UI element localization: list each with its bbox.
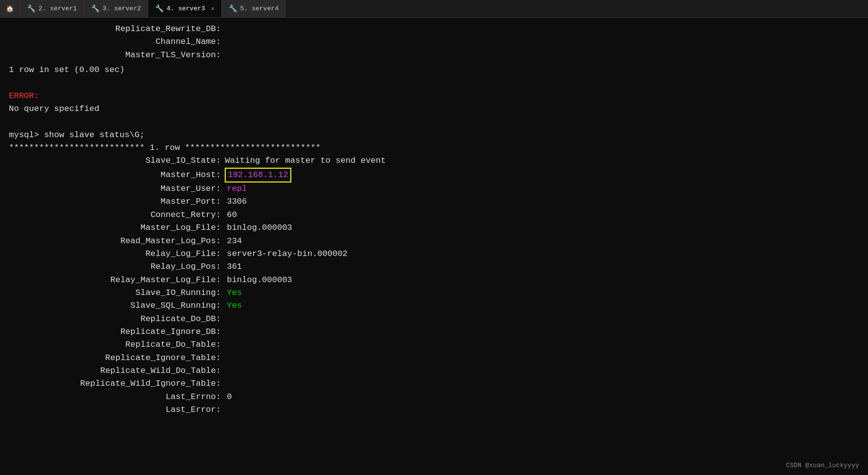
error-line: ERROR: — [9, 90, 859, 103]
value-last-errno: 0 — [227, 391, 232, 403]
server2-icon: 🔧 — [91, 4, 100, 13]
value-slave-io-running: Yes — [227, 287, 242, 299]
server4-icon: 🔧 — [229, 4, 237, 13]
home-icon: 🏠 — [6, 5, 14, 13]
label-replicate-do-db: Replicate_Do_DB — [9, 313, 216, 326]
value-master-log-file: binlog.000003 — [227, 221, 292, 234]
field-name-replicate-rewrite-db: Replicate_Rewrite_DB — [9, 23, 216, 36]
field-channel-name: Channel_Name : — [9, 36, 859, 48]
field-master-port: Master_Port : 3306 — [9, 195, 859, 208]
field-name-channel-name: Channel_Name — [9, 36, 216, 48]
row-count-line: 1 row in set (0.00 sec) — [9, 64, 859, 76]
error-msg: No query specified — [9, 104, 100, 113]
label-slave-sql-running: Slave_SQL_Running — [9, 299, 216, 312]
field-relay-log-file: Relay_Log_File : server3-relay-bin.00000… — [9, 248, 859, 260]
value-slave-io-state: Waiting for master to send event — [225, 154, 385, 167]
field-replicate-ignore-table: Replicate_Ignore_Table : — [9, 352, 859, 365]
field-master-user: Master_User : repl — [9, 183, 859, 195]
field-replicate-do-table: Replicate_Do_Table : — [9, 338, 859, 351]
label-last-errno: Last_Errno — [9, 391, 216, 403]
label-connect-retry: Connect_Retry — [9, 209, 216, 221]
blank-line-2 — [9, 115, 859, 128]
field-slave-sql-running: Slave_SQL_Running : Yes — [9, 299, 859, 312]
value-read-master-log-pos: 234 — [227, 235, 242, 248]
value-relay-master-log-file: binlog.000003 — [227, 274, 292, 287]
tab-server1-label: 2. server1 — [38, 5, 77, 12]
label-read-master-log-pos: Read_Master_Log_Pos — [9, 235, 216, 248]
field-replicate-ignore-db: Replicate_Ignore_DB : — [9, 326, 859, 338]
field-relay-log-pos: Relay_Log_Pos : 361 — [9, 260, 859, 273]
value-connect-retry: 60 — [227, 209, 237, 221]
field-replicate-wild-ignore-table: Replicate_Wild_Ignore_Table : — [9, 377, 859, 390]
tab-server3-label: 4. server3 — [167, 5, 205, 12]
blank-line-1 — [9, 76, 859, 89]
field-replicate-wild-do-table: Replicate_Wild_Do_Table : — [9, 365, 859, 377]
label-replicate-ignore-table: Replicate_Ignore_Table — [9, 352, 216, 365]
field-last-error: Last_Error : — [9, 403, 859, 416]
label-replicate-wild-do-table: Replicate_Wild_Do_Table — [9, 365, 216, 377]
field-connect-retry: Connect_Retry : 60 — [9, 209, 859, 221]
label-replicate-do-table: Replicate_Do_Table — [9, 338, 216, 351]
watermark-text: CSDN @xuan_luckyyyy — [786, 462, 859, 469]
tab-server1[interactable]: 🔧 2. server1 — [20, 0, 84, 17]
field-name-master-tls-version: Master_TLS_Version — [9, 49, 216, 62]
field-relay-master-log-file: Relay_Master_Log_File : binlog.000003 — [9, 274, 859, 287]
field-replicate-rewrite-db: Replicate_Rewrite_DB : — [9, 23, 859, 36]
field-slave-io-running: Slave_IO_Running : Yes — [9, 287, 859, 299]
command-line: mysql> show slave status\G; — [9, 129, 859, 142]
label-master-user: Master_User — [9, 183, 216, 195]
label-replicate-wild-ignore-table: Replicate_Wild_Ignore_Table — [9, 377, 216, 390]
tab-server4-label: 5. server4 — [240, 5, 278, 12]
label-relay-log-file: Relay_Log_File — [9, 248, 216, 260]
value-master-port: 3306 — [227, 195, 247, 208]
row-count-text: 1 row in set (0.00 sec) — [9, 65, 125, 74]
server1-icon: 🔧 — [27, 4, 35, 13]
value-relay-log-file: server3-relay-bin.000002 — [227, 248, 347, 260]
field-master-tls-version: Master_TLS_Version : — [9, 49, 859, 62]
field-read-master-log-pos: Read_Master_Log_Pos : 234 — [9, 235, 859, 248]
tab-server3[interactable]: 🔧 4. server3 ✕ — [148, 0, 222, 17]
label-last-error: Last_Error — [9, 403, 216, 416]
server3-icon: 🔧 — [155, 4, 164, 13]
error-msg-line: No query specified — [9, 103, 859, 115]
tab-bar: 🏠 🔧 2. server1 🔧 3. server2 🔧 4. server3… — [0, 0, 868, 18]
label-relay-master-log-file: Relay_Master_Log_File — [9, 274, 216, 287]
label-master-log-file: Master_Log_File — [9, 221, 216, 234]
label-master-host: Master_Host — [9, 169, 216, 182]
tab-server2-label: 3. server2 — [103, 5, 141, 12]
value-slave-sql-running: Yes — [227, 299, 242, 312]
value-relay-log-pos: 361 — [227, 260, 242, 273]
field-last-errno: Last_Errno : 0 — [9, 391, 859, 403]
value-master-host: 192.168.1.12 — [225, 168, 291, 183]
label-slave-io-running: Slave_IO_Running — [9, 287, 216, 299]
tab-server2[interactable]: 🔧 3. server2 — [84, 0, 148, 17]
stars-row: *************************** 1. row *****… — [9, 142, 859, 154]
label-master-port: Master_Port — [9, 195, 216, 208]
label-replicate-ignore-db: Replicate_Ignore_DB — [9, 326, 216, 338]
stars-text: *************************** 1. row *****… — [9, 143, 321, 152]
field-master-log-file: Master_Log_File : binlog.000003 — [9, 221, 859, 234]
label-relay-log-pos: Relay_Log_Pos — [9, 260, 216, 273]
value-master-user: repl — [227, 183, 247, 195]
terminal-area: Replicate_Rewrite_DB : Channel_Name : Ma… — [0, 18, 868, 421]
tab-server3-close[interactable]: ✕ — [211, 5, 214, 12]
watermark: CSDN @xuan_luckyyyy — [786, 462, 859, 469]
label-slave-io-state: Slave_IO_State — [9, 154, 216, 167]
mysql-command: mysql> show slave status\G; — [9, 130, 144, 140]
tab-server4[interactable]: 🔧 5. server4 — [222, 0, 286, 17]
field-slave-io-state: Slave_IO_State : Waiting for master to s… — [9, 154, 859, 167]
field-master-host: Master_Host : 192.168.1.12 — [9, 168, 859, 183]
tab-home[interactable]: 🏠 — [0, 0, 20, 17]
field-replicate-do-db: Replicate_Do_DB : — [9, 313, 859, 326]
error-label: ERROR: — [9, 91, 39, 101]
